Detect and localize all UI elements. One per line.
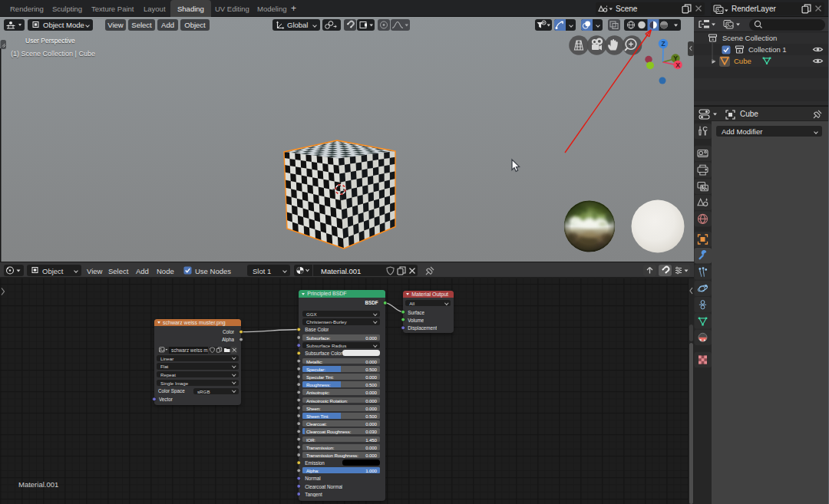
svg-text:X: X (675, 61, 680, 69)
svg-text:Z: Z (661, 40, 665, 48)
